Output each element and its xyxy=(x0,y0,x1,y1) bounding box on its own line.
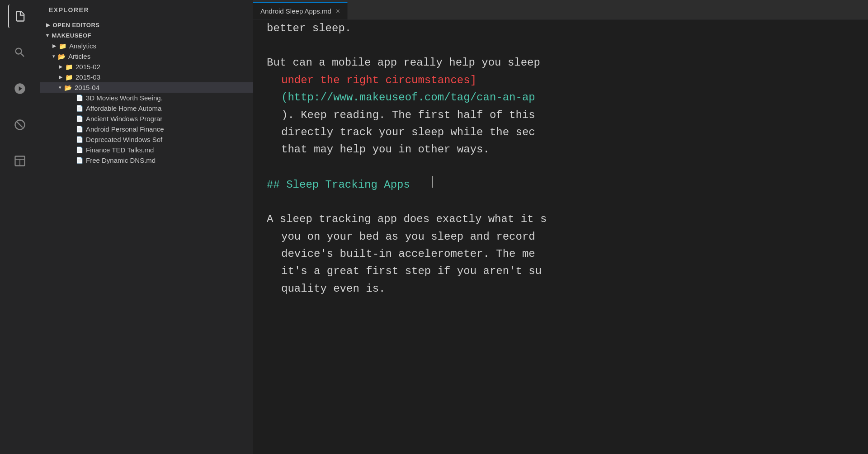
file-free-dns-label: Free Dynamic DNS.md xyxy=(86,156,156,164)
layout-icon[interactable] xyxy=(8,149,32,173)
2015-04-label: 2015-04 xyxy=(75,84,99,91)
makeuseof-label: MAKEUSEOF xyxy=(52,32,92,39)
editor-area: Android Sleep Apps.md × better sleep. Bu… xyxy=(253,0,868,454)
2015-03-arrow xyxy=(59,74,62,80)
line-body-text-3: device's built-in accelerometer. The me xyxy=(281,246,535,263)
analytics-label: Analytics xyxy=(69,42,96,50)
editor-line-body-5: quality even is. xyxy=(267,280,868,298)
file-android-finance[interactable]: 📄 Android Personal Finance xyxy=(40,124,253,134)
articles-label: Articles xyxy=(68,52,90,60)
analytics-arrow xyxy=(52,43,56,49)
editor-line-2: But can a mobile app really help you sle… xyxy=(267,54,868,71)
file-icon-deprecated: 📄 xyxy=(76,136,83,143)
editor-line-6: directly track your sleep while the sec xyxy=(267,124,868,141)
file-deprecated-windows[interactable]: 📄 Deprecated Windows Sof xyxy=(40,134,253,145)
line-text-7: that may help you in other ways. xyxy=(281,141,490,158)
2015-04-arrow xyxy=(59,85,61,90)
file-deprecated-label: Deprecated Windows Sof xyxy=(86,136,162,143)
explorer-header: EXPLORER xyxy=(40,0,253,20)
file-affordable-home[interactable]: 📄 Affordable Home Automa xyxy=(40,103,253,114)
file-icon-3d: 📄 xyxy=(76,95,83,101)
folder-2015-02[interactable]: 📁 2015-02 xyxy=(40,61,253,72)
editor-line-empty-3 xyxy=(267,194,868,211)
line-text-5: ). Keep reading. The first half of this xyxy=(281,107,535,124)
file-icon-android-finance: 📄 xyxy=(76,126,83,132)
open-editors-arrow xyxy=(46,22,50,28)
2015-04-icon: 📂 xyxy=(64,84,72,91)
editor-line-heading: ## Sleep Tracking Apps xyxy=(267,176,868,194)
folder-2015-03[interactable]: 📁 2015-03 xyxy=(40,72,253,82)
line-text-3: under the right circumstances] xyxy=(281,72,476,89)
svg-line-1 xyxy=(17,122,23,128)
tab-android-sleep-apps[interactable]: Android Sleep Apps.md × xyxy=(253,2,348,19)
file-3d-movies[interactable]: 📄 3D Movies Worth Seeing. xyxy=(40,93,253,103)
explorer-icon[interactable] xyxy=(8,5,32,28)
editor-line-7: that may help you in other ways. xyxy=(267,141,868,158)
2015-02-label: 2015-02 xyxy=(75,63,100,71)
file-android-finance-label: Android Personal Finance xyxy=(86,125,164,133)
editor-line-body-4: it's a great first step if you aren't su xyxy=(267,263,868,280)
2015-02-arrow xyxy=(59,64,62,70)
no-extensions-icon[interactable] xyxy=(8,113,32,137)
sidebar: EXPLORER OPEN EDITORS MAKEUSEOF 📁 Analyt… xyxy=(40,0,253,454)
text-cursor xyxy=(432,176,433,188)
line-body-text-2: you on your bed as you sleep and record xyxy=(281,228,535,246)
tab-bar: Android Sleep Apps.md × xyxy=(253,0,868,20)
line-text-1: better sleep. xyxy=(267,20,351,37)
file-finance-ted-label: Finance TED Talks.md xyxy=(86,146,154,154)
activity-bar xyxy=(0,0,40,454)
source-control-icon[interactable] xyxy=(8,77,32,100)
file-ancient-label: Ancient Windows Prograr xyxy=(86,115,162,123)
file-finance-ted[interactable]: 📄 Finance TED Talks.md xyxy=(40,145,253,155)
editor-line-3: under the right circumstances] xyxy=(267,72,868,89)
line-body-text-1: A sleep tracking app does exactly what i… xyxy=(267,211,547,228)
2015-03-icon: 📁 xyxy=(65,74,73,81)
editor-line-empty-1 xyxy=(267,37,868,54)
editor-line-body-1: A sleep tracking app does exactly what i… xyxy=(267,211,868,228)
editor-line-5: ). Keep reading. The first half of this xyxy=(267,107,868,124)
2015-03-label: 2015-03 xyxy=(75,73,100,81)
editor-line-1: better sleep. xyxy=(267,20,868,37)
line-text-4: (http://www.makeuseof.com/tag/can-an-ap xyxy=(281,89,535,106)
file-tree: OPEN EDITORS MAKEUSEOF 📁 Analytics 📂 Art… xyxy=(40,20,253,454)
file-icon-finance-ted: 📄 xyxy=(76,147,83,153)
tab-close-button[interactable]: × xyxy=(336,8,340,15)
2015-02-icon: 📁 xyxy=(65,63,73,71)
analytics-folder[interactable]: 📁 Analytics xyxy=(40,41,253,51)
line-text-2: But can a mobile app really help you sle… xyxy=(267,54,540,71)
heading-text: ## Sleep Tracking Apps xyxy=(267,176,410,194)
makeuseof-section[interactable]: MAKEUSEOF xyxy=(40,30,253,41)
line-text-6: directly track your sleep while the sec xyxy=(281,124,535,141)
file-icon-ancient: 📄 xyxy=(76,115,83,122)
file-3d-label: 3D Movies Worth Seeing. xyxy=(86,94,163,102)
file-ancient-windows[interactable]: 📄 Ancient Windows Prograr xyxy=(40,114,253,124)
articles-arrow xyxy=(52,53,55,59)
editor-line-4: (http://www.makeuseof.com/tag/can-an-ap xyxy=(267,89,868,106)
editor-content[interactable]: better sleep. But can a mobile app reall… xyxy=(253,20,868,454)
editor-line-empty-2 xyxy=(267,159,868,176)
file-icon-free-dns: 📄 xyxy=(76,157,83,164)
file-affordable-label: Affordable Home Automa xyxy=(86,104,161,112)
file-free-dns[interactable]: 📄 Free Dynamic DNS.md xyxy=(40,155,253,166)
editor-line-body-2: you on your bed as you sleep and record xyxy=(267,228,868,246)
articles-folder[interactable]: 📂 Articles xyxy=(40,51,253,61)
tab-label: Android Sleep Apps.md xyxy=(260,7,331,15)
analytics-folder-icon: 📁 xyxy=(59,43,66,50)
open-editors-section[interactable]: OPEN EDITORS xyxy=(40,20,253,30)
open-editors-label: OPEN EDITORS xyxy=(53,22,100,28)
line-body-text-4: it's a great first step if you aren't su xyxy=(281,263,542,280)
articles-folder-icon: 📂 xyxy=(58,53,66,60)
search-icon[interactable] xyxy=(8,41,32,64)
makeuseof-arrow xyxy=(46,33,49,38)
editor-line-body-3: device's built-in accelerometer. The me xyxy=(267,246,868,263)
folder-2015-04[interactable]: 📂 2015-04 xyxy=(40,82,253,93)
file-icon-affordable: 📄 xyxy=(76,105,83,112)
line-body-text-5: quality even is. xyxy=(281,280,385,298)
